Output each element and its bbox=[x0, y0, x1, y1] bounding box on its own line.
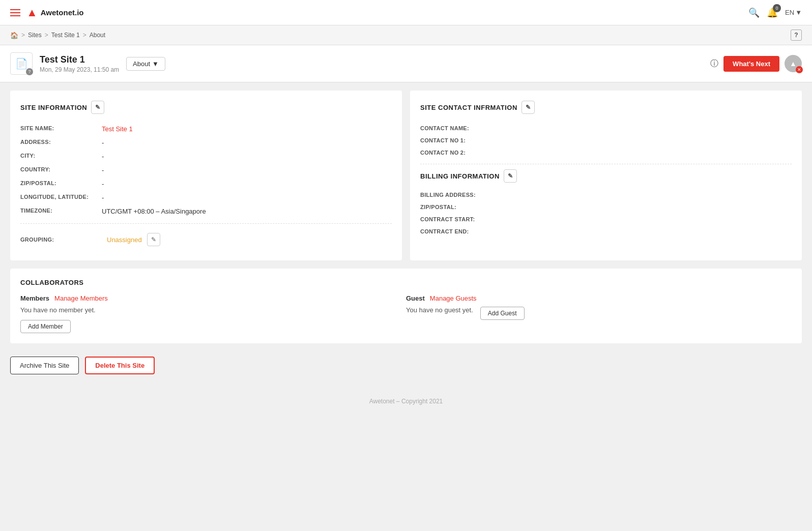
hamburger-menu[interactable] bbox=[10, 9, 20, 16]
longlat-value: - bbox=[102, 194, 104, 201]
guests-section: Guest Manage Guests You have no guest ye… bbox=[406, 294, 792, 333]
zip-value: - bbox=[102, 180, 104, 188]
whats-next-button[interactable]: What's Next bbox=[723, 56, 779, 72]
grouping-row: GROUPING: Unassigned ✎ bbox=[20, 229, 392, 250]
user-avatar[interactable]: ▲ ✕ bbox=[785, 55, 802, 72]
grouping-value[interactable]: Unassigned bbox=[107, 236, 142, 244]
members-empty-text: You have no member yet. bbox=[20, 306, 406, 314]
site-info-text: Test Site 1 Mon, 29 May 2023, 11:50 am bbox=[40, 54, 119, 73]
contact-no1-label: CONTACT NO 1: bbox=[420, 137, 502, 143]
address-value: - bbox=[102, 139, 104, 146]
timezone-value: UTC/GMT +08:00 – Asia/Singapore bbox=[102, 208, 206, 215]
address-label: ADDRESS: bbox=[20, 139, 102, 146]
breadcrumb-sep-3: > bbox=[83, 32, 86, 39]
billing-address-row: BILLING ADDRESS: bbox=[420, 189, 792, 201]
guests-empty-text: You have no guest yet. bbox=[406, 306, 473, 314]
add-guest-button[interactable]: Add Guest bbox=[480, 307, 525, 320]
country-label: COUNTRY: bbox=[20, 166, 102, 174]
add-member-button[interactable]: Add Member bbox=[20, 320, 71, 333]
manage-members-link[interactable]: Manage Members bbox=[54, 294, 108, 302]
breadcrumb-bar: 🏠 > Sites > Test Site 1 > About ? bbox=[0, 25, 812, 45]
zip-label: ZIP/POSTAL: bbox=[20, 180, 102, 188]
header-left: ▲ Awetonet.io bbox=[10, 6, 84, 19]
contract-end-label: CONTRACT END: bbox=[420, 228, 502, 234]
contact-billing-card: SITE CONTACT INFRMATION ✎ CONTACT NAME: … bbox=[410, 91, 802, 260]
city-label: CITY: bbox=[20, 153, 102, 160]
search-icon[interactable]: 🔍 bbox=[748, 7, 760, 18]
action-buttons-row: Archive This Site Delete This Site bbox=[10, 351, 802, 379]
contract-start-row: CONTRACT START: bbox=[420, 213, 792, 225]
site-name-label: SITE NAME: bbox=[20, 125, 102, 133]
grouping-edit-button[interactable]: ✎ bbox=[147, 233, 160, 246]
billing-edit-button[interactable]: ✎ bbox=[504, 169, 517, 183]
city-row: CITY: - bbox=[20, 150, 392, 163]
breadcrumb-current: About bbox=[90, 32, 105, 39]
guests-header: Guest Manage Guests bbox=[406, 294, 792, 302]
document-icon: 📄 bbox=[15, 57, 28, 70]
archive-site-button[interactable]: Archive This Site bbox=[10, 357, 79, 374]
breadcrumb-sep-1: > bbox=[21, 32, 25, 39]
site-information-label: SITE INFORMATION bbox=[20, 104, 87, 111]
info-icon[interactable]: ⓘ bbox=[710, 58, 718, 69]
contract-end-row: CONTRACT END: bbox=[420, 225, 792, 238]
page-header: 📄 ? Test Site 1 Mon, 29 May 2023, 11:50 … bbox=[0, 45, 812, 82]
about-label: About bbox=[133, 60, 150, 68]
contact-no2-label: CONTACT NO 2: bbox=[420, 150, 502, 156]
logo-icon: ▲ bbox=[26, 6, 38, 19]
help-button[interactable]: ? bbox=[791, 29, 802, 41]
members-section: Members Manage Members You have no membe… bbox=[20, 294, 406, 333]
collaborators-title: COLLABORATORS bbox=[20, 279, 792, 286]
about-dropdown-button[interactable]: About ▼ bbox=[126, 57, 165, 71]
contact-no1-row: CONTACT NO 1: bbox=[420, 134, 792, 146]
breadcrumb-site[interactable]: Test Site 1 bbox=[51, 32, 80, 39]
billing-zip-row: ZIP/POSTAL: bbox=[420, 201, 792, 213]
page-header-right: ⓘ What's Next ▲ ✕ bbox=[710, 55, 802, 72]
site-icon: 📄 ? bbox=[10, 52, 33, 75]
breadcrumb-sites[interactable]: Sites bbox=[28, 32, 42, 39]
billing-title: BILLING INFORMATION ✎ bbox=[420, 169, 792, 183]
site-icon-question: ? bbox=[26, 68, 33, 75]
language-selector[interactable]: EN ▼ bbox=[785, 9, 802, 16]
page-site-date: Mon, 29 May 2023, 11:50 am bbox=[40, 66, 119, 73]
address-row: ADDRESS: - bbox=[20, 136, 392, 150]
notification-bell[interactable]: 🔔 0 bbox=[767, 7, 778, 18]
page-site-title: Test Site 1 bbox=[40, 54, 119, 65]
collaborators-card: COLLABORATORS Members Manage Members You… bbox=[10, 269, 802, 343]
guest-label: Guest bbox=[406, 294, 425, 302]
site-contact-title: SITE CONTACT INFRMATION ✎ bbox=[420, 101, 792, 114]
language-label: EN bbox=[785, 9, 794, 16]
timezone-label: TIMEZONE: bbox=[20, 208, 102, 215]
breadcrumb-sep-2: > bbox=[45, 32, 48, 39]
site-contact-edit-button[interactable]: ✎ bbox=[521, 101, 535, 114]
info-cards-row: SITE INFORMATION ✎ SITE NAME: Test Site … bbox=[10, 91, 802, 260]
collaborators-row: Members Manage Members You have no membe… bbox=[20, 294, 792, 333]
notification-badge: 0 bbox=[773, 4, 781, 12]
logo-text: Awetonet.io bbox=[41, 8, 84, 17]
main-content: SITE INFORMATION ✎ SITE NAME: Test Site … bbox=[0, 82, 812, 388]
members-header: Members Manage Members bbox=[20, 294, 406, 302]
header-right: 🔍 🔔 0 EN ▼ bbox=[748, 7, 802, 18]
avatar-close-icon: ✕ bbox=[796, 66, 803, 73]
site-contact-label: SITE CONTACT INFRMATION bbox=[420, 104, 517, 111]
members-label: Members bbox=[20, 294, 49, 302]
site-name-value[interactable]: Test Site 1 bbox=[102, 125, 133, 133]
home-icon: 🏠 bbox=[10, 32, 18, 39]
longlat-label: LONGITUDE, LATITUDE: bbox=[20, 194, 102, 201]
delete-site-button[interactable]: Delete This Site bbox=[85, 357, 155, 374]
manage-guests-link[interactable]: Manage Guests bbox=[430, 294, 477, 302]
chevron-down-icon: ▼ bbox=[152, 60, 159, 68]
site-information-edit-button[interactable]: ✎ bbox=[91, 101, 104, 114]
logo: ▲ Awetonet.io bbox=[26, 6, 84, 19]
billing-zip-label: ZIP/POSTAL: bbox=[420, 204, 502, 210]
site-info-divider bbox=[20, 223, 392, 224]
grouping-label: GROUPING: bbox=[20, 237, 102, 243]
contract-start-label: CONTRACT START: bbox=[420, 216, 502, 222]
chevron-down-icon: ▼ bbox=[795, 9, 802, 16]
country-row: COUNTRY: - bbox=[20, 163, 392, 177]
country-value: - bbox=[102, 166, 104, 174]
city-value: - bbox=[102, 153, 104, 160]
timezone-row: TIMEZONE: UTC/GMT +08:00 – Asia/Singapor… bbox=[20, 204, 392, 218]
site-information-title: SITE INFORMATION ✎ bbox=[20, 101, 392, 114]
footer-text: Awetonet – Copyright 2021 bbox=[369, 398, 443, 405]
contact-name-label: CONTACT NAME: bbox=[420, 125, 502, 131]
